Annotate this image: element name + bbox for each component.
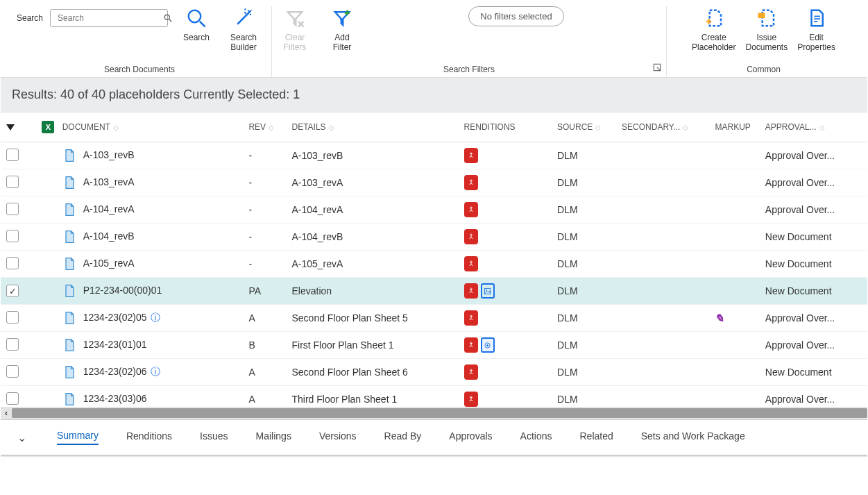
document-icon bbox=[62, 148, 76, 163]
pdf-icon[interactable] bbox=[464, 229, 478, 244]
cell-renditions bbox=[459, 305, 552, 332]
pdf-icon[interactable] bbox=[464, 202, 478, 217]
col-document[interactable]: DOCUMENT◇ bbox=[57, 112, 244, 142]
cell-markup: ✎ bbox=[709, 305, 759, 332]
row-checkbox[interactable] bbox=[6, 365, 19, 378]
col-approval[interactable]: APPROVAL...◇ bbox=[760, 112, 867, 142]
results-bar: Results: 40 of 40 placeholders Currently… bbox=[1, 77, 867, 112]
svg-rect-12 bbox=[758, 13, 765, 19]
cell-markup bbox=[709, 251, 759, 278]
cell-renditions bbox=[459, 142, 552, 169]
issue-documents-button[interactable]: Issue Documents bbox=[745, 6, 788, 53]
tab-mailings[interactable]: Mailings bbox=[256, 430, 291, 444]
tab-actions[interactable]: Actions bbox=[520, 430, 552, 444]
horizontal-scrollbar[interactable]: ‹ bbox=[1, 407, 867, 419]
row-checkbox[interactable] bbox=[6, 285, 19, 297]
table-row[interactable]: P12-234-00(00)01PAElevationDLMNew Docume… bbox=[1, 278, 867, 305]
table-row[interactable]: 1234-23(01)01BFirst Floor Plan Sheet 1DL… bbox=[1, 332, 867, 359]
table-row[interactable]: A-103_revA-A-103_revADLMApproval Over... bbox=[1, 169, 867, 196]
section-expand-icon[interactable] bbox=[652, 62, 662, 74]
pdf-icon[interactable] bbox=[464, 175, 478, 190]
markup-icon[interactable]: ✎ bbox=[715, 312, 724, 324]
app-window: Search Search bbox=[0, 0, 868, 495]
table-row[interactable]: 1234-23(03)06AThird Floor Plan Sheet 1DL… bbox=[1, 386, 867, 408]
row-checkbox[interactable] bbox=[6, 176, 19, 188]
sort-icon: ◇ bbox=[595, 124, 601, 131]
row-checkbox[interactable] bbox=[6, 149, 19, 161]
col-details[interactable]: DETAILS◇ bbox=[286, 112, 458, 142]
row-checkbox[interactable] bbox=[6, 257, 19, 269]
cell-document: A-104_revB bbox=[83, 230, 135, 242]
cell-markup bbox=[709, 332, 759, 359]
scrollbar-thumb[interactable] bbox=[12, 408, 867, 418]
pdf-icon[interactable] bbox=[464, 392, 478, 407]
col-secondary[interactable]: SECONDARY...◇ bbox=[616, 112, 709, 142]
cell-source: DLM bbox=[552, 305, 616, 332]
pdf-icon[interactable] bbox=[464, 310, 478, 326]
tab-read-by[interactable]: Read By bbox=[384, 430, 422, 444]
cell-document: 1234-23(02)06 bbox=[83, 366, 147, 377]
table-row[interactable]: A-103_revB-A-103_revBDLMApproval Over... bbox=[1, 142, 867, 169]
scroll-left-arrow[interactable]: ‹ bbox=[1, 408, 12, 418]
search-box[interactable] bbox=[50, 9, 168, 27]
create-placeholder-button[interactable]: Create Placeholder bbox=[692, 6, 735, 53]
cell-rev: A bbox=[243, 359, 286, 386]
row-checkbox[interactable] bbox=[6, 392, 19, 405]
search-input[interactable] bbox=[56, 12, 163, 24]
col-export[interactable]: X bbox=[32, 112, 56, 142]
search-label: Search bbox=[17, 13, 43, 23]
search-icon[interactable] bbox=[163, 13, 173, 23]
col-renditions[interactable]: RENDITIONS bbox=[459, 112, 552, 142]
row-checkbox[interactable] bbox=[6, 338, 19, 351]
add-filter-button[interactable]: Add Filter bbox=[323, 6, 361, 53]
drawing-icon[interactable] bbox=[481, 337, 495, 353]
pdf-icon[interactable] bbox=[464, 364, 478, 380]
tab-issues[interactable]: Issues bbox=[200, 430, 228, 444]
table-row[interactable]: A-104_revA-A-104_revADLMApproval Over... bbox=[1, 196, 867, 224]
pdf-icon[interactable] bbox=[464, 148, 478, 163]
triangle-icon bbox=[6, 124, 15, 131]
cell-approval: Approval Over... bbox=[760, 196, 867, 224]
issue-documents-label: Issue Documents bbox=[745, 33, 788, 53]
pdf-icon[interactable] bbox=[464, 337, 478, 353]
image-icon[interactable] bbox=[481, 283, 495, 299]
col-select-all[interactable] bbox=[1, 112, 32, 142]
add-filter-label: Add Filter bbox=[333, 33, 352, 53]
cell-rev: PA bbox=[243, 278, 286, 305]
col-rev[interactable]: REV◇ bbox=[243, 112, 286, 142]
table-row[interactable]: A-105_revA-A-105_revADLMNew Document bbox=[1, 251, 867, 278]
tab-renditions[interactable]: Renditions bbox=[126, 430, 172, 444]
tab-versions[interactable]: Versions bbox=[319, 430, 357, 444]
cell-document: A-105_revA bbox=[83, 258, 135, 269]
tab-sets-and-work-package[interactable]: Sets and Work Package bbox=[641, 430, 745, 444]
document-icon bbox=[62, 310, 76, 326]
row-checkbox[interactable] bbox=[6, 230, 19, 242]
table-row[interactable]: 1234-23(02)06ⓘASecond Floor Plan Sheet 6… bbox=[1, 359, 867, 386]
info-icon[interactable]: ⓘ bbox=[151, 366, 160, 377]
row-checkbox[interactable] bbox=[6, 311, 19, 324]
excel-icon: X bbox=[42, 121, 54, 133]
grid-wrap: X DOCUMENT◇ REV◇ DETAILS◇ RENDITIONS SOU… bbox=[1, 112, 867, 407]
issue-doc-icon bbox=[755, 6, 778, 30]
pdf-icon[interactable] bbox=[464, 283, 478, 299]
tab-summary[interactable]: Summary bbox=[57, 430, 99, 445]
row-checkbox[interactable] bbox=[6, 203, 19, 215]
cell-source: DLM bbox=[552, 224, 616, 251]
cell-secondary bbox=[616, 359, 709, 386]
search-builder-button[interactable]: Search Builder bbox=[225, 6, 262, 53]
search-button[interactable]: Search bbox=[178, 6, 215, 42]
funnel-add-icon bbox=[330, 6, 354, 30]
chevron-down-icon[interactable]: ⌄ bbox=[17, 431, 26, 444]
pdf-icon[interactable] bbox=[464, 256, 478, 271]
cell-approval: Approval Over... bbox=[760, 386, 867, 408]
svg-point-2 bbox=[189, 10, 201, 23]
col-source[interactable]: SOURCE◇ bbox=[552, 112, 616, 142]
edit-properties-button[interactable]: Edit Properties bbox=[797, 6, 835, 53]
info-icon[interactable]: ⓘ bbox=[151, 312, 160, 323]
col-markup[interactable]: MARKUP bbox=[709, 112, 759, 142]
tab-related[interactable]: Related bbox=[579, 430, 613, 444]
new-doc-icon bbox=[702, 6, 726, 30]
table-row[interactable]: 1234-23(02)05ⓘASecond Floor Plan Sheet 5… bbox=[1, 305, 867, 332]
table-row[interactable]: A-104_revB-A-104_revBDLMNew Document bbox=[1, 224, 867, 251]
tab-approvals[interactable]: Approvals bbox=[449, 430, 492, 444]
